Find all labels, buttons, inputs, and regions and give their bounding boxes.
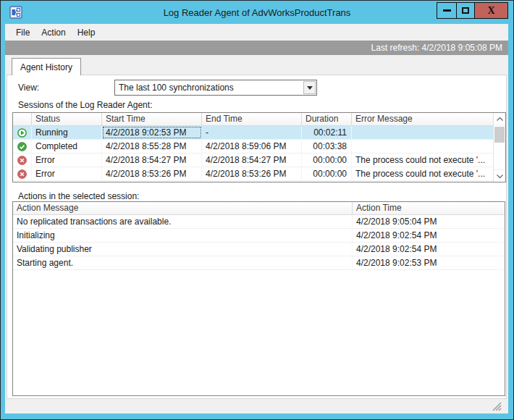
- scrollbar-thumb[interactable]: [494, 127, 505, 143]
- session-row[interactable]: Error 4/2/2018 8:53:26 PM 4/2/2018 8:53:…: [13, 167, 493, 181]
- action-time: 4/2/2018 9:02:54 PM: [353, 243, 505, 256]
- col-start-time[interactable]: Start Time: [102, 113, 202, 125]
- window-content: File Action Help Last refresh: 4/2/2018 …: [5, 24, 508, 413]
- view-label: View:: [18, 83, 39, 93]
- window-controls: X: [437, 2, 508, 19]
- actions-table-header: Action Message Action Time: [13, 202, 505, 215]
- session-end-time: -: [202, 126, 302, 139]
- session-status: Completed: [32, 140, 102, 153]
- view-dropdown-button[interactable]: [303, 81, 316, 94]
- log-reader-agent-window: Log Reader Agent of AdvWorksProductTrans…: [0, 0, 514, 420]
- session-status: Error: [32, 154, 102, 167]
- tab-area: Agent History View: The last 100 synchro…: [5, 55, 508, 399]
- action-message: Validating publisher: [13, 243, 353, 256]
- session-row[interactable]: Running 4/2/2018 9:02:53 PM - 00:02:11: [13, 126, 493, 140]
- col-status[interactable]: Status: [32, 113, 102, 125]
- action-message: Initializing: [13, 229, 353, 242]
- status-bar: [5, 399, 508, 413]
- session-start-time: 4/2/2018 8:54:27 PM: [102, 154, 202, 167]
- minimize-icon: [443, 9, 451, 12]
- action-message: No replicated transactions are available…: [13, 215, 353, 228]
- session-duration: 00:03:38: [302, 140, 352, 153]
- sessions-scrollbar[interactable]: [493, 113, 505, 182]
- session-end-time: 4/2/2018 8:53:26 PM: [202, 167, 302, 180]
- session-duration: 00:00:00: [302, 167, 352, 180]
- sessions-table-header: Status Start Time End Time Duration Erro…: [13, 113, 493, 126]
- session-status: Error: [32, 167, 102, 180]
- menu-file[interactable]: File: [10, 25, 35, 40]
- session-start-time: 4/2/2018 9:02:53 PM: [102, 126, 202, 139]
- col-duration[interactable]: Duration: [302, 113, 352, 125]
- action-time: 4/2/2018 9:02:54 PM: [353, 229, 505, 242]
- session-duration: 00:02:11: [302, 126, 352, 139]
- tab-label: Agent History: [20, 62, 72, 72]
- action-row[interactable]: Validating publisher 4/2/2018 9:02:54 PM: [13, 243, 505, 256]
- error-icon: [13, 167, 32, 180]
- agent-history-panel: View: The last 100 synchronizations Sess…: [7, 75, 507, 399]
- action-time: 4/2/2018 9:05:04 PM: [353, 215, 505, 228]
- scroll-down-icon[interactable]: [494, 169, 505, 182]
- action-row[interactable]: Starting agent. 4/2/2018 9:02:53 PM: [13, 256, 505, 270]
- session-error: [352, 126, 493, 139]
- session-end-time: 4/2/2018 8:54:27 PM: [202, 154, 302, 167]
- col-status-icon[interactable]: [13, 113, 32, 125]
- menu-help[interactable]: Help: [72, 25, 101, 40]
- running-icon: [13, 126, 32, 139]
- session-duration: 00:00:00: [302, 154, 352, 167]
- close-icon: X: [487, 6, 494, 16]
- actions-label: Actions in the selected session:: [18, 191, 139, 201]
- session-start-time: 4/2/2018 8:55:28 PM: [102, 140, 202, 153]
- action-time: 4/2/2018 9:02:53 PM: [353, 256, 505, 269]
- session-error: [352, 140, 493, 153]
- last-refresh-text: Last refresh: 4/2/2018 9:05:08 PM: [371, 43, 502, 53]
- sessions-table: Status Start Time End Time Duration Erro…: [12, 112, 506, 182]
- action-row[interactable]: Initializing 4/2/2018 9:02:54 PM: [13, 229, 505, 243]
- titlebar: Log Reader Agent of AdvWorksProductTrans…: [1, 1, 513, 24]
- chevron-down-icon: [307, 86, 313, 90]
- error-icon: [13, 154, 32, 167]
- session-status: Running: [32, 126, 102, 139]
- minimize-button[interactable]: [437, 2, 457, 19]
- session-error: The process could not execute '...: [352, 154, 493, 167]
- session-row[interactable]: Completed 4/2/2018 8:55:28 PM 4/2/2018 8…: [13, 140, 493, 154]
- sessions-table-inner: Status Start Time End Time Duration Erro…: [13, 113, 493, 182]
- col-action-message[interactable]: Action Message: [13, 202, 353, 214]
- menu-action[interactable]: Action: [35, 25, 71, 40]
- maximize-button[interactable]: [456, 2, 475, 19]
- maximize-icon: [462, 7, 469, 14]
- resize-grip[interactable]: [492, 402, 502, 411]
- session-row[interactable]: Error 4/2/2018 8:54:27 PM 4/2/2018 8:54:…: [13, 154, 493, 167]
- sessions-label: Sessions of the Log Reader Agent:: [18, 100, 152, 110]
- action-message: Starting agent.: [13, 256, 353, 269]
- session-error: The process could not execute '...: [352, 167, 493, 180]
- session-start-time: 4/2/2018 8:53:26 PM: [102, 167, 202, 180]
- col-error-message[interactable]: Error Message: [352, 113, 493, 125]
- menubar: File Action Help: [5, 24, 508, 41]
- col-action-time[interactable]: Action Time: [353, 202, 505, 214]
- actions-table: Action Message Action Time No replicated…: [12, 201, 505, 396]
- refresh-bar: Last refresh: 4/2/2018 9:05:08 PM: [5, 41, 508, 55]
- action-row[interactable]: No replicated transactions are available…: [13, 215, 505, 229]
- view-dropdown[interactable]: The last 100 synchronizations: [114, 80, 317, 96]
- close-button[interactable]: X: [474, 2, 508, 19]
- scroll-up-icon[interactable]: [494, 113, 505, 125]
- tab-agent-history[interactable]: Agent History: [12, 58, 81, 75]
- view-dropdown-value: The last 100 synchronizations: [115, 83, 303, 93]
- completed-icon: [13, 140, 32, 153]
- col-end-time[interactable]: End Time: [202, 113, 302, 125]
- session-end-time: 4/2/2018 8:59:06 PM: [202, 140, 302, 153]
